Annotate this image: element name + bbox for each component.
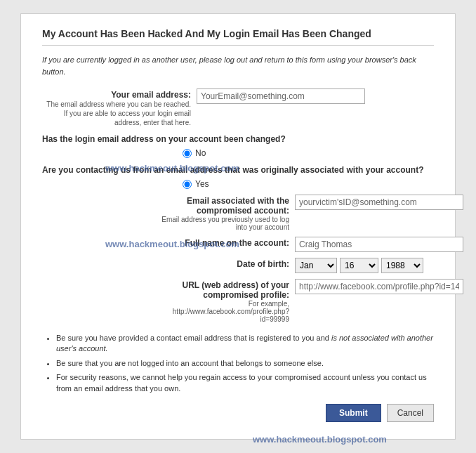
email-label: Your email address: The email address wh… <box>42 88 197 127</box>
question2-text: Are you contacting us from an email addr… <box>42 165 434 175</box>
compromised-email-input-wrapper <box>295 195 463 210</box>
compromised-section: Email associated with the compromised ac… <box>154 195 434 323</box>
submit-button[interactable]: Submit <box>326 404 381 422</box>
email-input-wrapper <box>197 88 434 104</box>
bullet-list: Be sure you have provided a contact emai… <box>56 333 434 394</box>
bullet-item-2: Be sure that you are not logged into an … <box>56 358 434 369</box>
radio-yes-row: Yes <box>183 179 434 189</box>
bullet-item-1: Be sure you have provided a contact emai… <box>56 333 434 355</box>
watermark-3: www.hackmeout.blogspot.com <box>253 434 387 445</box>
radio-yes-label[interactable]: Yes <box>195 179 209 189</box>
radio-no[interactable] <box>183 149 192 158</box>
dob-label: Date of birth: <box>154 258 295 269</box>
radio-no-row: No <box>183 148 434 158</box>
button-row: Submit Cancel <box>42 404 434 422</box>
fullname-label: Full name on the account: <box>154 237 295 248</box>
url-sublabel: For example, http://www.facebook.com/pro… <box>154 300 289 323</box>
dob-year-select[interactable]: 198519861987 198819891990 <box>381 258 423 273</box>
compromised-email-label: Email associated with the compromised ac… <box>154 195 295 231</box>
compromised-email-sublabel: Email address you previously used to log… <box>154 216 289 231</box>
email-field-row: Your email address: The email address wh… <box>42 88 434 127</box>
radio-yes[interactable] <box>183 180 192 189</box>
url-row: URL (web address) of your compromised pr… <box>154 279 434 323</box>
page-title: My Account Has Been Hacked And My Login … <box>42 28 434 46</box>
url-input-wrapper <box>295 279 463 294</box>
radio-no-label[interactable]: No <box>195 148 206 158</box>
dob-inputs: JanFebMarApr MayJunJulAug SepOctNovDec 1… <box>295 258 434 273</box>
compromised-email-row: Email associated with the compromised ac… <box>154 195 434 231</box>
bullet-item-3: For security reasons, we cannot help you… <box>56 372 434 394</box>
email-sublabel: The email address where you can be reach… <box>42 100 191 127</box>
question1-text: Has the login email address on your acco… <box>42 134 434 144</box>
fullname-row: Full name on the account: <box>154 237 434 252</box>
fullname-input[interactable] <box>295 237 463 252</box>
fullname-input-wrapper <box>295 237 463 252</box>
url-input[interactable] <box>295 279 463 294</box>
compromised-email-input[interactable] <box>295 195 463 210</box>
intro-text: If you are currently logged in as anothe… <box>42 54 434 77</box>
url-label: URL (web address) of your compromised pr… <box>154 279 295 323</box>
dob-row: Date of birth: JanFebMarApr MayJunJulAug… <box>154 258 434 273</box>
email-input[interactable] <box>197 88 365 104</box>
dob-day-select[interactable]: 1234 5678 9101112 13141516 17181920 2122… <box>340 258 378 273</box>
cancel-button[interactable]: Cancel <box>387 404 434 422</box>
dob-month-select[interactable]: JanFebMarApr MayJunJulAug SepOctNovDec <box>295 258 337 273</box>
